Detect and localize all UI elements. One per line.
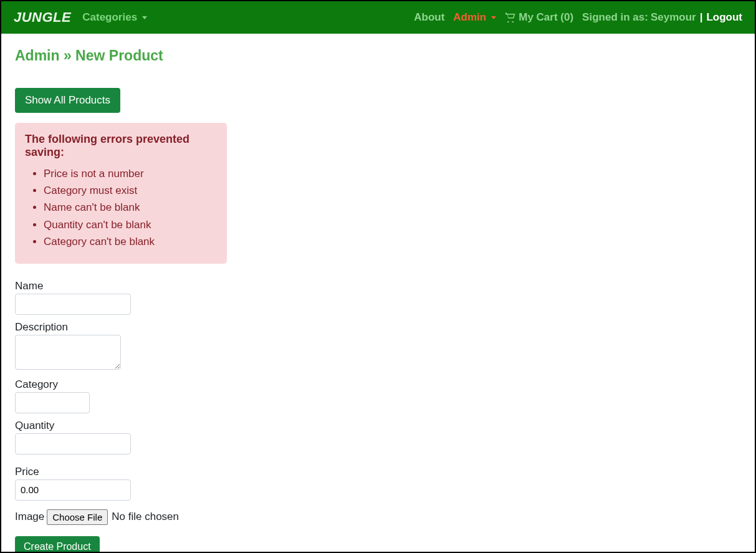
choose-file-button[interactable]: Choose File xyxy=(47,509,108,525)
nav-cart-label: My Cart (0) xyxy=(519,11,573,24)
error-alert: The following errors prevented saving: P… xyxy=(15,123,227,264)
caret-down-icon xyxy=(491,16,496,19)
error-item: Price is not a number xyxy=(44,165,217,182)
category-label: Category xyxy=(15,378,741,391)
error-item: Name can't be blank xyxy=(44,199,217,216)
nav-logout-link[interactable]: Logout xyxy=(706,11,742,24)
error-item: Category must exist xyxy=(44,182,217,199)
nav-cart-link[interactable]: My Cart (0) xyxy=(505,11,573,24)
nav-admin-label: Admin xyxy=(453,11,486,24)
quantity-label: Quantity xyxy=(15,420,741,432)
price-input[interactable] xyxy=(15,479,131,501)
separator: | xyxy=(700,11,703,24)
page-title: Admin » New Product xyxy=(15,47,741,64)
nav-admin-dropdown[interactable]: Admin xyxy=(453,11,496,24)
page-content: Admin » New Product Show All Products Th… xyxy=(1,34,755,553)
error-item: Category can't be blank xyxy=(44,233,217,250)
error-alert-heading: The following errors prevented saving: xyxy=(25,133,217,159)
name-input[interactable] xyxy=(15,294,131,315)
cart-icon xyxy=(505,12,516,22)
create-product-button[interactable]: Create Product xyxy=(15,536,100,553)
nav-categories-label: Categories xyxy=(82,11,137,24)
brand-logo[interactable]: JUNGLE xyxy=(14,9,71,26)
nav-about-link[interactable]: About xyxy=(414,11,444,24)
signed-in-prefix: Signed in as: xyxy=(582,11,648,24)
description-label: Description xyxy=(15,321,741,334)
description-textarea[interactable] xyxy=(15,335,121,370)
error-item: Quantity can't be blank xyxy=(44,216,217,233)
quantity-input[interactable] xyxy=(15,433,131,454)
image-label: Image xyxy=(15,511,44,523)
caret-down-icon xyxy=(142,16,147,19)
name-label: Name xyxy=(15,280,741,292)
new-product-form: Name Description Category Quantity Price… xyxy=(15,280,741,553)
category-input[interactable] xyxy=(15,392,90,413)
error-list: Price is not a number Category must exis… xyxy=(25,165,217,250)
price-label: Price xyxy=(15,466,741,478)
show-all-products-button[interactable]: Show All Products xyxy=(15,88,120,113)
navbar: JUNGLE Categories About Admin My Cart (0… xyxy=(1,1,755,34)
nav-categories-dropdown[interactable]: Categories xyxy=(82,11,147,24)
nav-signed-in: Signed in as: Seymour | Logout xyxy=(582,11,742,24)
signed-in-user: Seymour xyxy=(651,11,696,24)
file-status-text: No file chosen xyxy=(112,511,179,523)
